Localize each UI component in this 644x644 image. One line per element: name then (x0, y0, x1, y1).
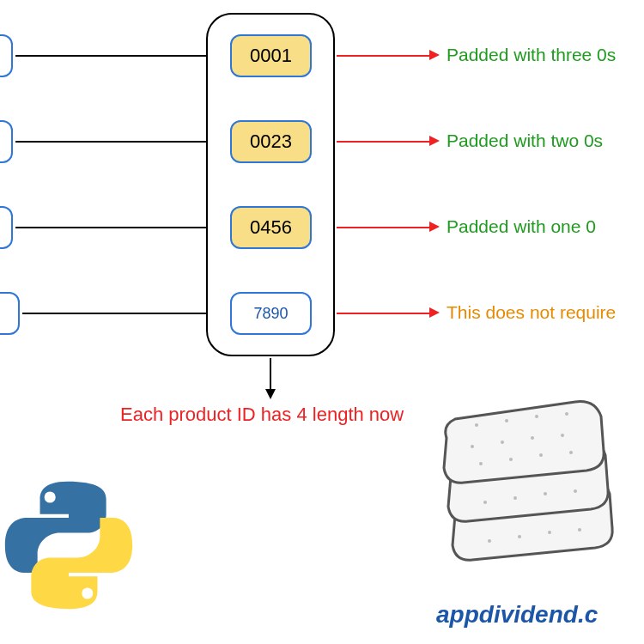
output-value-3: 0456 (250, 216, 292, 239)
input-box-4 (0, 292, 20, 335)
svg-point-10 (539, 453, 543, 457)
svg-point-11 (569, 451, 573, 454)
brand-text: appdividend.c (436, 601, 598, 629)
arrow-out-1 (337, 55, 431, 57)
svg-point-9 (509, 458, 513, 461)
arrow-down-head (265, 389, 276, 399)
annotation-4: This does not require (447, 302, 616, 323)
arrow-out-2-head (429, 136, 440, 146)
svg-point-0 (475, 423, 478, 427)
svg-point-12 (483, 501, 487, 504)
input-box-1 (0, 34, 13, 77)
svg-point-15 (574, 489, 577, 493)
output-box-1: 0001 (230, 34, 312, 77)
svg-point-3 (565, 412, 568, 416)
annotation-1: Padded with three 0s (447, 45, 616, 65)
svg-point-14 (544, 492, 547, 495)
svg-point-13 (513, 496, 517, 500)
arrow-in-2 (15, 141, 225, 143)
arrow-in-3 (15, 227, 225, 228)
output-box-4: 7890 (230, 292, 312, 335)
arrow-out-4-head (429, 307, 440, 318)
arrow-out-2 (337, 141, 431, 143)
arrow-out-1-head (429, 50, 440, 60)
annotation-2: Padded with two 0s (447, 131, 603, 151)
stack-icon (425, 378, 631, 575)
svg-point-17 (518, 535, 521, 538)
python-logo-icon (0, 477, 137, 614)
arrow-out-3-head (429, 222, 440, 232)
svg-point-8 (479, 462, 483, 465)
svg-point-16 (488, 539, 491, 543)
output-value-4: 7890 (253, 305, 288, 323)
output-value-2: 0023 (250, 131, 292, 153)
arrow-out-4 (337, 313, 431, 314)
svg-point-18 (548, 531, 551, 534)
svg-point-6 (531, 436, 534, 440)
svg-point-19 (578, 528, 581, 532)
annotation-3: Padded with one 0 (447, 216, 596, 237)
svg-point-1 (505, 419, 508, 422)
arrow-down-line (270, 358, 271, 391)
output-value-1: 0001 (250, 45, 292, 67)
svg-point-7 (561, 434, 564, 437)
arrow-out-3 (337, 227, 431, 228)
input-box-3 (0, 206, 13, 249)
svg-point-2 (535, 415, 538, 418)
svg-point-4 (471, 445, 474, 448)
svg-point-5 (501, 440, 504, 444)
arrow-in-4 (22, 313, 225, 314)
input-box-2 (0, 120, 13, 163)
output-box-2: 0023 (230, 120, 312, 163)
caption: Each product ID has 4 length now (120, 404, 404, 426)
output-box-3: 0456 (230, 206, 312, 249)
arrow-in-1 (15, 55, 225, 57)
